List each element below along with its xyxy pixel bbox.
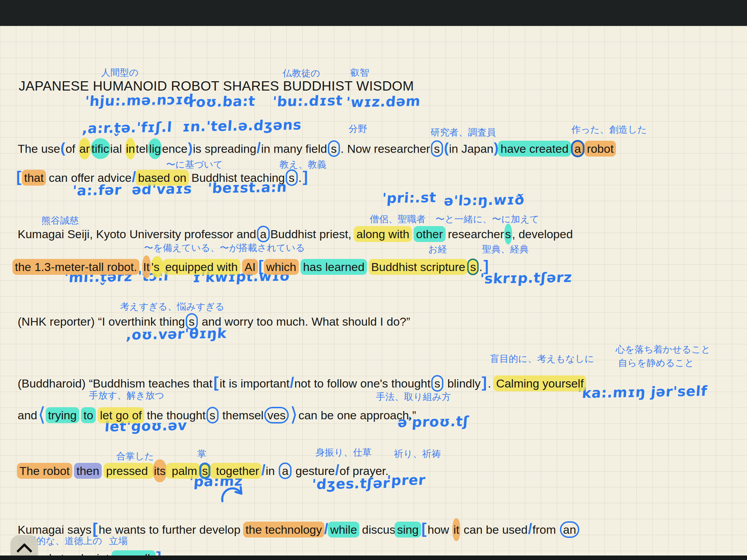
annotated-segment: s: [328, 140, 340, 157]
annotated-segment: /: [257, 140, 261, 156]
body-line: (NHK reporter) “I overthink things and w…: [18, 314, 410, 329]
annotated-segment: trying: [46, 407, 79, 423]
body-line: Kumagai Seiji, Kyoto University professo…: [18, 227, 573, 242]
annotated-segment: ⟩: [290, 403, 298, 425]
text-segment: of: [65, 142, 79, 155]
annotated-segment: 's: [151, 256, 164, 278]
annotated-segment: [: [422, 520, 427, 537]
annotated-segment: based on: [136, 170, 189, 186]
text-segment: themsel: [219, 409, 264, 422]
annotated-segment: s: [467, 259, 479, 275]
annotated-segment: together: [210, 463, 261, 479]
annotated-segment: It: [142, 255, 151, 278]
jp-annotation: 自らを静めること: [618, 357, 694, 369]
jp-annotation: 盲目的に、考えもなしに: [490, 353, 594, 365]
text-segment: the thought: [144, 409, 206, 422]
body-line: The use(of artificial intelligence)is sp…: [18, 139, 615, 157]
phonetic-annotation: 'prer: [386, 472, 426, 488]
annotated-segment: s: [431, 375, 443, 392]
annotated-segment: in: [125, 138, 136, 159]
text-segment: is spreading: [193, 142, 256, 155]
annotated-segment: s: [206, 407, 219, 423]
phonetic-annotation: 'hju:.mə.nɔɪd: [84, 91, 194, 109]
bottom-system-bar: [0, 556, 747, 560]
jp-annotation: 作った、創造した: [571, 123, 647, 136]
annotated-segment: an: [560, 521, 579, 538]
annotated-segment: ]: [303, 168, 308, 185]
document-title: JAPANESE HUMANOID ROBOT SHARES BUDDHIST …: [19, 78, 414, 94]
text-segment: ence: [162, 142, 187, 155]
text-segment: can be one approach.”: [298, 409, 416, 422]
top-system-bar: [0, 0, 747, 26]
annotated-segment: then: [74, 463, 102, 479]
phonetic-annotation: 'skrɪp.tʃərz: [479, 269, 572, 287]
text-segment: discus: [359, 523, 395, 536]
annotated-segment: a: [571, 140, 584, 157]
text-segment: from: [533, 523, 559, 536]
text-segment: .: [298, 171, 302, 184]
text-segment: and worry too much. What should I do?”: [199, 315, 410, 328]
jp-annotation: 〜と一緒に、〜に加えて: [435, 213, 539, 225]
body-line: the 1.3-meter-tall robot. It's equipped …: [13, 256, 490, 275]
jp-annotation: 手法、取り組み方: [376, 391, 451, 403]
jp-annotation: 聖典、経典: [482, 243, 529, 255]
annotated-segment: equipped with: [163, 259, 240, 275]
annotated-segment: AI: [242, 259, 258, 275]
annotated-segment: /: [335, 462, 339, 478]
text-segment: how: [427, 523, 452, 536]
text-segment: The use: [18, 142, 60, 155]
jp-annotation: 心を落ち着かせること: [616, 343, 710, 356]
text-segment: and: [18, 409, 37, 422]
annotated-segment: ⟨: [38, 403, 46, 425]
annotated-segment: Buddhist scripture: [369, 259, 468, 275]
annotated-segment: palm: [166, 463, 200, 479]
text-segment: Kumagai Seiji, Kyoto University professo…: [18, 227, 256, 241]
jp-annotation: 研究者、調査員: [431, 126, 496, 139]
text-segment: researcher: [445, 227, 504, 241]
phonetic-annotation: 'wɪz.dəm: [345, 93, 421, 110]
annotated-segment: (: [444, 140, 449, 156]
annotated-segment: other: [414, 226, 445, 242]
text-segment: can offer advice: [45, 171, 131, 184]
text-segment: in Japan: [449, 142, 494, 155]
text-segment: Kumagai says: [18, 523, 92, 536]
text-segment: (NHK reporter) “I overthink thing: [18, 315, 185, 328]
annotated-segment: lig: [148, 138, 162, 159]
text-segment: gesture: [292, 464, 335, 477]
annotated-segment: ]: [483, 257, 489, 274]
phonetic-annotation: 'ka:.mɪŋ jər'self: [577, 383, 708, 401]
text-segment: [139, 260, 142, 273]
text-segment: ial: [110, 142, 125, 155]
annotated-segment: tific: [91, 138, 110, 159]
annotated-segment: have created: [498, 141, 571, 157]
phonetic-annotation: 'bu:.dɪst: [272, 92, 343, 110]
phonetic-annotation: ə'lɔ:ŋ.wɪð: [443, 192, 525, 209]
annotated-segment: ar: [79, 138, 90, 159]
annotated-segment: The robot: [17, 463, 72, 479]
jp-annotation: 身振り、仕草: [315, 446, 372, 459]
jp-annotation: 〜を備えている、〜が搭載されている: [144, 242, 305, 254]
note-page-canvas[interactable]: JAPANESE HUMANOID ROBOT SHARES BUDDHIST …: [0, 26, 747, 556]
body-line: The robot then pressed its palms togethe…: [18, 461, 388, 479]
phonetic-annotation: ,a:r.t̬ə.'fɪʃ.l ɪn.'tel.ə.dʒəns: [82, 116, 302, 136]
annotated-segment: s: [286, 169, 298, 186]
annotated-segment: [: [258, 257, 264, 274]
annotated-segment: that: [22, 170, 46, 186]
annotated-segment: [: [16, 168, 21, 185]
text-segment: in: [266, 464, 278, 477]
annotated-segment: /: [290, 374, 294, 391]
text-segment: Buddhist priest,: [270, 227, 355, 241]
jp-annotation: 叡智: [350, 66, 369, 79]
annotated-segment: (: [61, 140, 65, 156]
annotated-segment: /: [261, 462, 265, 478]
annotated-segment: sing: [395, 522, 421, 538]
jp-annotation: 人間型の: [101, 66, 139, 79]
text-segment: can be used: [460, 523, 528, 536]
body-line: (Buddharoid) “Buddhism teaches that[it i…: [18, 373, 585, 392]
annotated-segment: while: [328, 522, 359, 538]
jp-annotation: 仏教徒の: [283, 67, 320, 80]
text-segment: blindly: [444, 377, 481, 390]
notes-app-screen: JAPANESE HUMANOID ROBOT SHARES BUDDHIST …: [0, 0, 747, 560]
annotated-segment: [: [213, 374, 219, 391]
annotated-segment: it: [452, 518, 460, 541]
